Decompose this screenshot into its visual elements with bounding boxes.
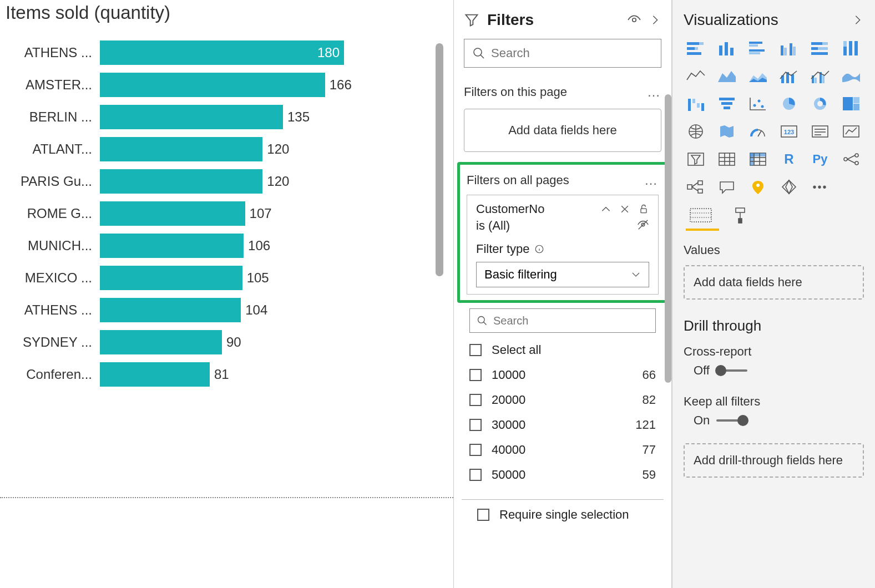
viz-multi-row-card-icon[interactable] <box>808 121 832 142</box>
bar-row[interactable]: ATLANT...120 <box>6 133 453 165</box>
svg-rect-87 <box>690 209 711 222</box>
viz-gauge-icon[interactable] <box>746 121 770 142</box>
eye-off-icon[interactable] <box>637 219 649 231</box>
viz-line-clustered-column-icon[interactable] <box>808 65 832 87</box>
chart-scrollbar[interactable] <box>436 43 443 398</box>
viz-slicer-icon[interactable] <box>684 149 708 170</box>
filters-all-section-header[interactable]: Filters on all pages … <box>460 165 665 191</box>
viz-100-stacked-column-icon[interactable] <box>839 38 863 59</box>
require-single-selection[interactable]: Require single selection <box>462 499 664 522</box>
more-icon[interactable]: … <box>647 84 661 100</box>
format-tab-icon[interactable] <box>731 206 749 226</box>
viz-card-icon[interactable]: 123 <box>777 121 801 142</box>
bar-row[interactable]: MUNICH...106 <box>6 230 453 262</box>
chevron-up-icon[interactable] <box>600 204 611 215</box>
viz-clustered-column-icon[interactable] <box>777 38 801 59</box>
chart-visual: Items sold (quantity) ATHENS ...180AMSTE… <box>0 0 454 588</box>
viz-kpi-icon[interactable] <box>839 121 863 142</box>
bar-row[interactable]: MEXICO ...105 <box>6 262 453 294</box>
svg-rect-28 <box>843 41 847 47</box>
checkbox[interactable] <box>477 509 489 521</box>
viz-100-stacked-bar-icon[interactable] <box>808 38 832 59</box>
checkbox[interactable] <box>469 369 482 381</box>
chevron-right-icon[interactable] <box>852 14 864 26</box>
fields-tab-icon[interactable] <box>689 206 712 226</box>
svg-point-1 <box>474 48 482 56</box>
chart-plot-area[interactable]: ATHENS ...180AMSTER...166BERLIN ...135AT… <box>0 37 453 436</box>
checkbox[interactable] <box>469 444 482 456</box>
values-well[interactable]: Add data fields here <box>684 265 864 300</box>
filters-page-well[interactable]: Add data fields here <box>464 109 661 152</box>
bar-value: 90 <box>222 334 241 350</box>
cross-report-toggle[interactable]: Off <box>684 363 747 378</box>
bar-row[interactable]: AMSTER...166 <box>6 69 453 101</box>
viz-line-column-icon[interactable] <box>777 65 801 87</box>
viz-donut-icon[interactable] <box>808 93 832 114</box>
filters-scroll-thumb[interactable] <box>665 94 671 383</box>
filter-option[interactable]: 2000082 <box>469 387 656 412</box>
viz-ribbon-icon[interactable] <box>839 65 863 87</box>
values-label: Values <box>672 239 875 262</box>
checkbox[interactable] <box>469 344 482 356</box>
viz-decomposition-tree-icon[interactable] <box>684 176 708 197</box>
viz-r-icon[interactable]: R <box>777 149 801 170</box>
filter-values-search-input[interactable] <box>493 315 649 327</box>
chevron-right-icon[interactable] <box>649 14 661 26</box>
bar-row[interactable]: ATHENS ...180 <box>6 37 453 69</box>
bar-category-label: ATHENS ... <box>6 45 100 60</box>
bar-row[interactable]: BERLIN ...135 <box>6 101 453 133</box>
viz-filled-map-icon[interactable] <box>715 121 739 142</box>
filter-type-dropdown[interactable]: Basic filtering <box>476 262 649 287</box>
viz-stacked-bar-icon[interactable] <box>684 38 708 59</box>
info-icon[interactable] <box>534 244 544 254</box>
checkbox[interactable] <box>469 419 482 431</box>
eye-icon[interactable] <box>627 13 641 27</box>
viz-more-icon[interactable]: ••• <box>808 176 832 197</box>
more-icon[interactable]: … <box>644 173 659 188</box>
viz-line-icon[interactable] <box>684 65 708 87</box>
svg-rect-83 <box>698 189 702 193</box>
chart-scroll-thumb[interactable] <box>436 43 443 276</box>
viz-power-apps-icon[interactable] <box>777 176 801 197</box>
filter-values-search[interactable] <box>469 308 656 333</box>
filters-scrollbar[interactable] <box>665 89 671 555</box>
checkbox[interactable] <box>469 394 482 406</box>
lock-icon[interactable] <box>638 204 649 215</box>
viz-waterfall-icon[interactable] <box>684 93 708 114</box>
viz-scatter-icon[interactable] <box>746 93 770 114</box>
viz-stacked-column-icon[interactable] <box>715 38 739 59</box>
viz-clustered-bar-icon[interactable] <box>746 38 770 59</box>
filter-options: Select all 10000662000082300001214000077… <box>454 308 671 491</box>
filter-option-select-all[interactable]: Select all <box>469 337 656 362</box>
bar-row[interactable]: ROME G...107 <box>6 197 453 230</box>
keep-filters-toggle[interactable]: On <box>684 413 747 428</box>
filters-search-input[interactable] <box>491 46 653 60</box>
viz-funnel-icon[interactable] <box>715 93 739 114</box>
filters-search[interactable] <box>464 39 661 68</box>
svg-rect-19 <box>784 48 787 55</box>
viz-key-influencers-icon[interactable] <box>839 149 863 170</box>
filter-option[interactable]: 1000066 <box>469 362 656 387</box>
svg-line-55 <box>758 131 761 136</box>
filter-option[interactable]: 4000077 <box>469 437 656 462</box>
bar-row[interactable]: Conferen...81 <box>6 358 453 391</box>
filter-option[interactable]: 30000121 <box>469 412 656 437</box>
viz-area-icon[interactable] <box>715 65 739 87</box>
filters-page-section-header[interactable]: Filters on this page … <box>454 75 671 109</box>
viz-stacked-area-icon[interactable] <box>746 65 770 87</box>
bar-row[interactable]: SYDNEY ...90 <box>6 326 453 358</box>
bar-row[interactable]: ATHENS ...104 <box>6 294 453 326</box>
viz-qa-icon[interactable] <box>715 176 739 197</box>
drill-through-well[interactable]: Add drill-through fields here <box>684 443 864 478</box>
viz-arcgis-icon[interactable] <box>746 176 770 197</box>
checkbox[interactable] <box>469 469 482 481</box>
viz-table-icon[interactable] <box>715 149 739 170</box>
close-icon[interactable] <box>619 204 630 215</box>
viz-matrix-icon[interactable] <box>746 149 770 170</box>
viz-py-icon[interactable]: Py <box>808 149 832 170</box>
viz-map-icon[interactable] <box>684 121 708 142</box>
bar-row[interactable]: PARIS Gu...120 <box>6 165 453 197</box>
viz-treemap-icon[interactable] <box>839 93 863 114</box>
viz-pie-icon[interactable] <box>777 93 801 114</box>
filter-option[interactable]: 5000059 <box>469 462 656 487</box>
